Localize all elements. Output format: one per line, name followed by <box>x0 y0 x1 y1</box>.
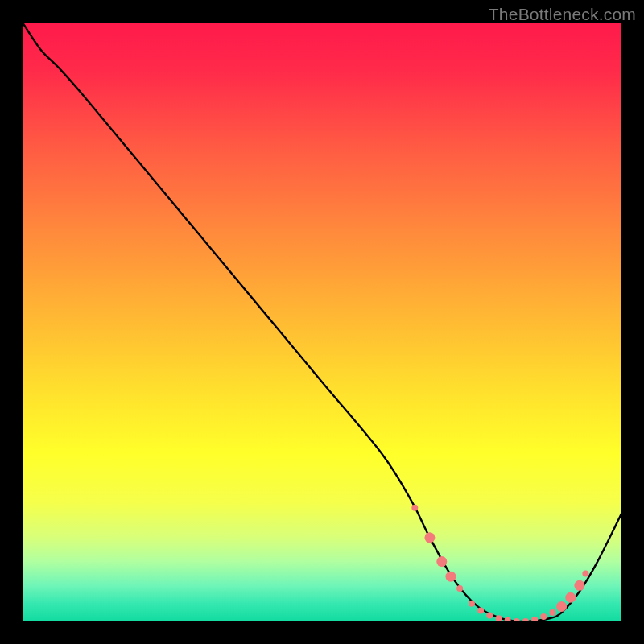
dot <box>582 570 588 576</box>
dot <box>411 505 418 511</box>
dot <box>556 601 567 612</box>
plot-area <box>23 23 621 621</box>
dot <box>486 613 493 619</box>
dot <box>445 572 456 582</box>
dot <box>574 580 584 591</box>
dot <box>436 556 447 567</box>
dot <box>540 613 547 620</box>
dot <box>424 532 435 543</box>
watermark-text: TheBottleneck.com <box>489 5 636 24</box>
dot <box>456 585 463 592</box>
dot <box>495 615 502 621</box>
chart-stage: TheBottleneck.com <box>0 0 644 644</box>
dot <box>549 609 555 616</box>
plot-svg <box>23 23 621 621</box>
dot <box>477 608 484 614</box>
dot <box>469 601 475 607</box>
gradient-background <box>23 23 621 621</box>
dot <box>565 592 576 603</box>
